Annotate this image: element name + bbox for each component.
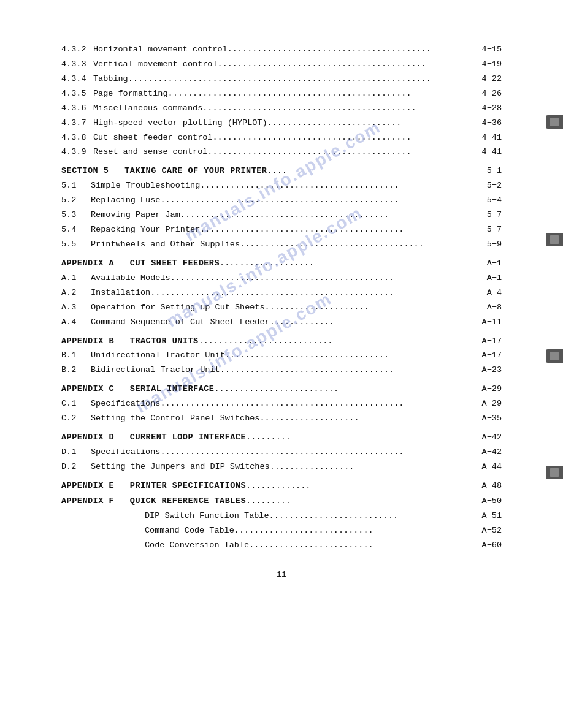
entry-page: A−50 [470,495,502,508]
entry-text: Simple Troubleshooting [83,180,200,192]
toc-entry-4-3-9: 4.3.9 Reset and sense control ..........… [61,146,502,159]
entry-dots: ......................... [214,383,470,396]
entry-page: 4−26 [470,88,502,100]
entry-text: Printwheels and Other Supplies [83,238,240,251]
entry-dots: ........................................… [207,146,470,159]
toc-appendix-a: APPENDIX A CUT SHEET FEEDERS ...........… [61,257,502,270]
toc-entry-c-2: C.2 Setting the Control Panel Switches .… [61,412,502,425]
toc-entry-command: Command Code Table .....................… [61,525,502,537]
section-heading: APPENDIX B TRACTOR UNITS [61,335,199,348]
entry-dots: ........................................… [160,194,470,207]
entry-text: Setting the Control Panel Switches [83,412,259,425]
entry-page: A−42 [470,431,502,444]
entry-num: 4.3.7 [61,117,93,130]
entry-page: A−60 [470,539,502,552]
entry-num: 5.4 [61,224,83,237]
entry-page: A−11 [470,316,502,329]
entry-page: A−23 [470,364,502,377]
tab-mark-1 [546,115,563,129]
toc-appendix-e: APPENDIX E PRINTER SPECIFICATIONS ......… [61,480,502,493]
entry-dots: ......... [246,495,470,508]
toc-entry-d-1: D.1 Specifications .....................… [61,446,502,459]
entry-page: 4−19 [470,58,502,71]
entry-num: 4.3.3 [61,58,93,71]
entry-page: 5−7 [470,224,502,237]
entry-page: 4−28 [470,102,502,115]
toc-entry-4-3-7: 4.3.7 High-speed vector plotting (HYPLOT… [61,117,502,130]
page-number: ii [0,570,563,579]
entry-text: Specifications [83,398,160,411]
section-heading: APPENDIX A CUT SHEET FEEDERS [61,257,220,270]
entry-dots: ........................................ [212,132,470,145]
entry-text: Miscellaneous commands [93,102,202,115]
entry-num: 4.3.2 [61,44,93,56]
entry-dots: ........................................… [228,44,470,56]
entry-page: A−1 [470,257,502,270]
entry-dots: ........................................… [168,88,470,100]
entry-dots: ........................... [199,335,470,348]
entry-text: Specifications [83,446,160,459]
entry-page: 5−2 [470,180,502,192]
toc-entry-a-1: A.1 Available Models ...................… [61,272,502,285]
entry-dots: ..................................... [240,238,470,251]
entry-text: Removing Paper Jam [83,209,180,222]
entry-text: Replacing Fuse [83,194,160,207]
toc-entry-5-2: 5.2 Replacing Fuse .....................… [61,194,502,207]
entry-num: C.2 [61,412,83,425]
page-number-text: ii [277,570,286,579]
toc-entry-a-2: A.2 Installation .......................… [61,287,502,300]
entry-text: Tabbing [93,73,128,86]
entry-text: Installation [83,287,150,300]
entry-dots: ............. [246,480,470,493]
entry-dots: ................... [220,257,470,270]
entry-dots: .......................... [269,510,470,523]
entry-page: A−1 [470,272,502,285]
entry-dots: ........................................… [202,102,470,115]
entry-page: 4−41 [470,146,502,159]
entry-num: D.2 [61,461,83,474]
section-heading: APPENDIX F QUICK REFERENCE TABLES [61,495,246,508]
entry-page: A−17 [470,335,502,348]
entry-page: A−35 [470,412,502,425]
toc-section-5: SECTION 5 TAKING CARE OF YOUR PRINTER ..… [61,165,502,178]
toc-container: 4.3.2 Horizontal movement control ......… [0,37,563,552]
entry-text: Repacking Your Printer [83,224,200,237]
toc-entry-5-4: 5.4 Repacking Your Printer .............… [61,224,502,237]
section-heading: APPENDIX E PRINTER SPECIFICATIONS [61,480,246,493]
entry-num: A.4 [61,316,83,329]
entry-num: 5.5 [61,238,83,251]
page: manuals.info.apple.com manuals.info.appl… [0,0,563,728]
toc-entry-c-1: C.1 Specifications .....................… [61,398,502,411]
entry-text: High-speed vector plotting (HYPLOT) [93,117,267,130]
entry-dots: ........................... [267,117,470,130]
tab-mark-4 [546,466,563,479]
entry-page: A−48 [470,480,502,493]
entry-page: A−42 [470,446,502,459]
toc-appendix-b: APPENDIX B TRACTOR UNITS ...............… [61,335,502,348]
toc-entry-5-3: 5.3 Removing Paper Jam .................… [61,209,502,222]
entry-page: A−51 [470,510,502,523]
entry-page: A−29 [470,398,502,411]
section-heading: APPENDIX C SERIAL INTERFACE [61,383,214,396]
entry-dots: ........................................… [200,224,470,237]
entry-num: B.2 [61,364,83,377]
entry-dots: ......... [246,431,470,444]
entry-dots: ........................................… [128,73,470,86]
toc-entry-a-4: A.4 Command Sequence of Cut Sheet Feeder… [61,316,502,329]
entry-num: 5.3 [61,209,83,222]
entry-text: Vertical movement control [93,58,218,71]
entry-page: A−17 [470,349,502,362]
entry-dots: ......................... [249,539,470,552]
entry-dots: ........................................… [218,58,470,71]
entry-page: 5−9 [470,238,502,251]
entry-text: Page formatting [93,88,168,100]
entry-num: 4.3.6 [61,102,93,115]
entry-num: A.3 [61,301,83,314]
top-rule [61,25,502,25]
toc-entry-d-2: D.2 Setting the Jumpers and DIP Switches… [61,461,502,474]
entry-num: 5.1 [61,180,83,192]
toc-entry-5-5: 5.5 Printwheels and Other Supplies .....… [61,238,502,251]
entry-dots: ............................ [234,525,470,537]
entry-page: A−44 [470,461,502,474]
entry-dots: ........................................… [150,287,470,300]
